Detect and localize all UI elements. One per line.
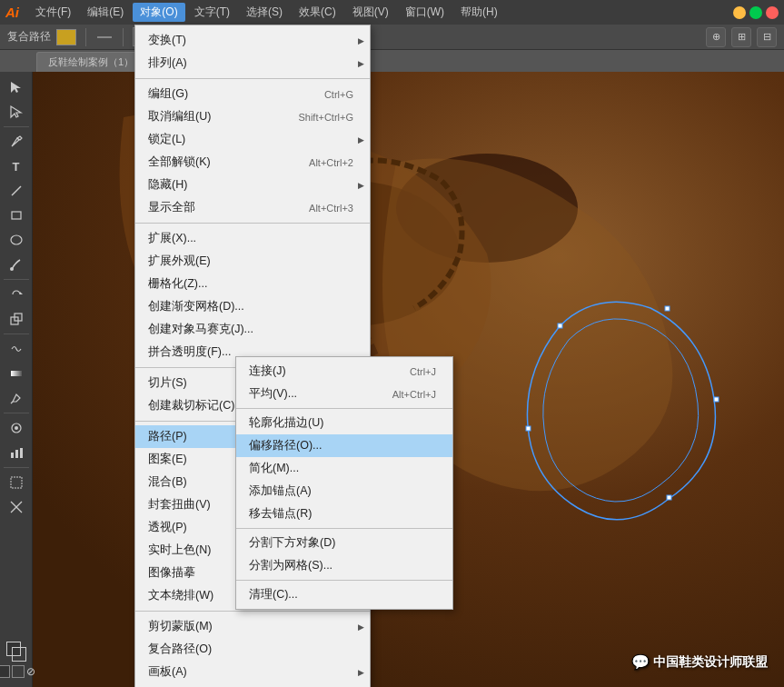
toolbar-separator-1 [85,28,86,46]
path-submenu-divider-1 [236,408,452,409]
menu-bar: 文件(F) 编辑(E) 对象(O) 文字(T) 选择(S) 效果(C) 视图(V… [28,3,733,22]
maximize-button[interactable] [749,6,762,19]
path-add-anchor[interactable]: 添加锚点(A) [236,480,452,503]
doc-tab[interactable]: 反鞋绘制案例（1） [36,52,145,72]
menu-group[interactable]: 编组(G) Ctrl+G [135,83,370,105]
menu-clipping-mask[interactable]: 剪切蒙版(M) [135,615,370,638]
svg-rect-26 [667,495,671,500]
tool-slice[interactable] [4,495,29,519]
tool-eyedropper[interactable] [4,386,29,410]
left-toolbar: T [0,72,33,687]
menu-transform[interactable]: 变换(T) [135,29,370,52]
menu-help[interactable]: 帮助(H) [453,3,505,22]
path-outline-stroke[interactable]: 轮廓化描边(U) [236,412,452,434]
svg-point-13 [15,426,18,430]
watermark: 💬 中国鞋类设计师联盟 [631,653,768,671]
svg-rect-16 [20,448,23,458]
path-average[interactable]: 平均(V)... Alt+Ctrl+J [236,383,452,405]
stroke-indicator-left[interactable] [12,665,25,678]
tool-rect[interactable] [4,204,29,227]
doc-tab-area: 反鞋绘制案例（1） [0,50,784,72]
menu-divider-1 [135,78,370,79]
menu-hide[interactable]: 隐藏(H) [135,174,370,196]
menu-expand[interactable]: 扩展(X)... [135,227,370,250]
icon-button-2[interactable]: ⊞ [731,27,751,47]
menu-expand-appearance[interactable]: 扩展外观(E) [135,250,370,273]
menu-rasterize[interactable]: 栅格化(Z)... [135,273,370,295]
toolbar-separator-2 [123,28,124,46]
path-submenu-divider-3 [236,580,452,581]
color-fill-stroke[interactable] [6,642,26,662]
menu-text[interactable]: 文字(T) [187,3,237,22]
stroke-indicator [95,29,114,45]
tool-gradient[interactable] [4,362,29,385]
path-divide-below[interactable]: 分割下方对象(D) [236,532,452,554]
svg-rect-14 [11,453,14,458]
tool-type[interactable]: T [4,154,29,178]
svg-rect-25 [714,397,719,402]
wechat-icon: 💬 [631,653,650,671]
menu-view[interactable]: 视图(V) [345,3,396,22]
icon-button-3[interactable]: ⊟ [757,27,777,47]
menu-graph[interactable]: 图表(R) [135,683,370,687]
svg-rect-17 [11,477,22,488]
menu-lock[interactable]: 锁定(L) [135,128,370,151]
path-clean-up[interactable]: 清理(C)... [236,583,452,606]
path-join[interactable]: 连接(J) Ctrl+J [236,360,452,383]
menu-divider-2 [135,223,370,224]
svg-rect-24 [665,306,670,311]
tool-line[interactable] [4,179,29,203]
icon-button-1[interactable]: ⊕ [706,27,726,47]
menu-window[interactable]: 窗口(W) [398,3,452,22]
tool-select[interactable] [4,75,29,99]
minimize-button[interactable] [733,6,746,19]
svg-marker-7 [20,292,23,294]
tool-symbol[interactable] [4,416,29,440]
tool-brush[interactable] [4,253,29,276]
svg-point-5 [11,235,22,244]
menu-show-all[interactable]: 显示全部 Alt+Ctrl+3 [135,196,370,219]
menu-compound-path[interactable]: 复合路径(O) [135,638,370,661]
left-toolbar-sep-2 [4,279,29,280]
menu-divider-5 [135,611,370,612]
svg-rect-4 [12,212,21,219]
menu-unlock-all[interactable]: 全部解锁(K) Alt+Ctrl+2 [135,151,370,174]
tool-direct-select[interactable] [4,100,29,124]
left-toolbar-sep-3 [4,334,29,334]
fill-color-box[interactable] [56,29,76,45]
tool-warp[interactable] [4,337,29,361]
menu-arrange[interactable]: 排列(A) [135,52,370,75]
menu-artboard[interactable]: 画板(A) [135,661,370,683]
menu-effect[interactable]: 效果(C) [292,3,343,22]
close-button[interactable] [766,6,779,19]
svg-marker-1 [11,82,21,93]
menu-create-mosaic[interactable]: 创建对象马赛克(J)... [135,318,370,341]
menu-create-gradient-mesh[interactable]: 创建渐变网格(D)... [135,295,370,318]
svg-rect-27 [526,426,531,431]
tool-rotate[interactable] [4,283,29,306]
tool-pen[interactable] [4,130,29,154]
menu-ungroup[interactable]: 取消编组(U) Shift+Ctrl+G [135,105,370,128]
tool-artboard[interactable] [4,471,29,494]
tool-scale[interactable] [4,307,29,331]
menu-select[interactable]: 选择(S) [239,3,290,22]
tool-column-graph[interactable] [4,441,29,464]
menu-object[interactable]: 对象(O) [133,3,184,22]
tool-ellipse[interactable] [4,228,29,252]
no-fill-indicator[interactable]: ⊘ [26,665,35,678]
svg-line-3 [12,186,21,195]
titlebar: Ai 文件(F) 编辑(E) 对象(O) 文字(T) 选择(S) 效果(C) 视… [0,0,784,25]
left-toolbar-sep-4 [4,413,29,413]
fill-indicator[interactable] [0,665,10,678]
watermark-text: 中国鞋类设计师联盟 [653,654,768,671]
menu-edit[interactable]: 编辑(E) [80,3,131,22]
path-remove-anchor[interactable]: 移去锚点(R) [236,503,452,525]
menu-section-3: 扩展(X)... 扩展外观(E) 栅格化(Z)... 创建渐变网格(D)... … [135,226,370,364]
path-simplify[interactable]: 简化(M)... [236,457,452,480]
toolbar: 复合路径 基本 ▼ 不透明度 100% 样式: ⊕ ⊞ ⊟ [0,25,784,50]
path-submenu-divider-2 [236,528,452,529]
left-toolbar-sep-5 [4,467,29,468]
menu-file[interactable]: 文件(F) [28,3,78,22]
path-split-grid[interactable]: 分割为网格(S)... [236,554,452,577]
path-offset-path[interactable]: 偏移路径(O)... [236,434,452,457]
